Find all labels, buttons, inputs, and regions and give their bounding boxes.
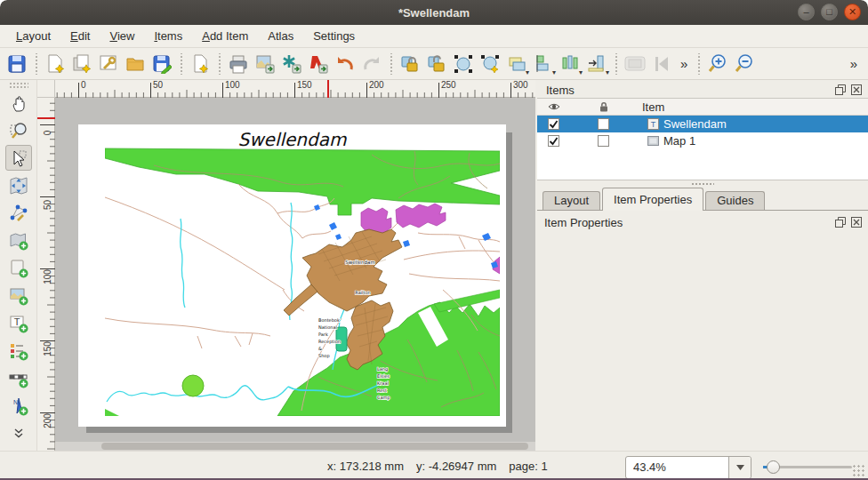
unlock-all-button[interactable] [423,51,450,77]
print-button[interactable] [225,51,252,77]
items-list-header: Item [537,99,868,116]
add-picture-tool[interactable] [5,283,32,308]
tab-item-properties[interactable]: Item Properties [602,188,703,211]
dock-splitter[interactable] [537,180,868,188]
ruler-label: 0 [43,124,52,142]
menu-edit[interactable]: Edit [61,27,99,45]
svg-text:Railton: Railton [355,290,370,295]
menu-items[interactable]: Items [145,27,191,45]
distribute-items-button[interactable]: ▾ [557,51,583,77]
float-panel-button[interactable] [834,84,847,96]
lock-checkbox[interactable] [598,118,609,130]
edit-nodes-icon [9,204,28,223]
item-column-header: Item [637,100,868,114]
menu-view[interactable]: View [100,27,143,45]
menu-atlas[interactable]: Atlas [259,27,302,45]
more-tools-button[interactable] [5,420,32,446]
padlock-icon [598,101,610,112]
align-items-button[interactable]: ▾ [530,51,557,77]
add-scalebar-tool[interactable] [5,365,32,391]
tab-layout[interactable]: Layout [542,191,600,210]
select-move-item-tool[interactable] [5,145,32,171]
add-pages-icon [190,54,210,74]
align-items-icon [534,54,553,74]
visibility-checkbox[interactable] [548,118,559,130]
select-all-button[interactable] [450,51,477,77]
map-item[interactable]: Swellendam Railton Bontebok National Par… [105,148,500,416]
close-button[interactable]: ✕ [844,4,861,20]
titlebar[interactable]: *Swellendam – □ ✕ [0,0,868,25]
menu-add-item[interactable]: Add Item [193,27,257,45]
toolbar-overflow-icon[interactable]: » [675,56,693,71]
menu-layout[interactable]: Layout [7,27,60,45]
lock-items-button[interactable] [397,51,423,77]
layout-window: *Swellendam – □ ✕ Layout Edit View Items… [0,0,868,480]
ruler-label: 100 [43,268,52,286]
item-toolbar: T N [0,80,37,451]
save-template-icon [152,54,172,74]
atlas-preview-button[interactable] [622,51,648,77]
menu-settings[interactable]: Settings [304,27,364,45]
layout-manager-button[interactable] [95,51,122,77]
dropdown-arrow-icon: ▾ [526,68,529,76]
add-map-tool[interactable] [5,228,32,253]
zoom-level-value[interactable]: 43.4% [626,457,728,478]
tab-guides[interactable]: Guides [705,191,765,210]
status-bar: x: 173.218 mmy: -4.26947 mmpage: 1 43.4% [0,451,868,480]
new-layout-button[interactable] [42,51,68,77]
dock-tabs: Layout Item Properties Guides [537,188,868,211]
atlas-first-feature-button[interactable] [648,51,675,77]
layout-canvas[interactable]: Swellendam [55,98,535,442]
duplicate-layout-button[interactable] [68,51,95,77]
export-svg-button[interactable] [278,51,305,77]
add-north-arrow-tool[interactable]: N [5,393,32,419]
horizontal-ruler[interactable]: 0 50 100 150 200 250 300 [55,80,535,98]
undo-button[interactable] [332,51,358,77]
pan-tool[interactable] [5,90,32,116]
zoom-slider-handle[interactable] [767,460,780,474]
add-3d-map-tool[interactable] [5,255,32,281]
layout-page[interactable]: Swellendam [78,124,506,427]
add-legend-tool[interactable] [5,338,32,364]
float-panel-button[interactable] [834,216,847,228]
window-resize-grip[interactable] [852,464,864,476]
toolbar-separator [695,53,703,75]
save-button[interactable] [4,51,30,77]
save-as-template-button[interactable] [149,51,175,77]
zoom-out-button[interactable] [731,51,758,77]
close-panel-button[interactable] [850,216,863,228]
maximize-button[interactable]: □ [821,4,838,20]
toolbar-separator [387,53,395,75]
resize-items-button[interactable]: ▾ [583,51,610,77]
vertical-ruler[interactable]: 0 50 100 150 200 [37,98,55,451]
redo-button[interactable] [358,51,385,77]
add-pages-button[interactable] [187,51,213,77]
svg-text:Reception: Reception [318,339,341,345]
coord-y: y: -4.26947 mm [416,460,496,473]
export-pdf-button[interactable] [305,51,332,77]
toolbar-grip[interactable] [9,82,28,88]
deselect-all-button[interactable] [477,51,503,77]
move-item-content-tool[interactable] [5,172,32,198]
visibility-checkbox[interactable] [548,135,559,147]
item-properties-title: Item Properties [544,216,831,229]
open-layout-button[interactable] [122,51,149,77]
raise-items-button[interactable]: ▾ [503,51,530,77]
zoom-slider[interactable] [763,466,852,468]
edit-nodes-item-tool[interactable] [5,200,32,226]
add-label-tool[interactable]: T [5,310,32,336]
toolbar-overflow-icon[interactable]: » [845,56,863,71]
export-image-button[interactable] [252,51,278,77]
item-row-swellendam[interactable]: T Swellendam [537,116,868,132]
zoom-in-button[interactable] [704,51,731,77]
close-panel-button[interactable] [850,84,863,96]
ruler-label: 150 [43,340,52,358]
horizontal-scrollbar[interactable] [55,442,535,451]
zoom-level-combobox[interactable]: 43.4% [625,456,751,479]
zoom-tool[interactable] [5,117,32,143]
item-row-map1[interactable]: Map 1 [537,132,868,149]
lock-checkbox[interactable] [598,135,609,147]
minimize-button[interactable]: – [798,4,815,20]
zoom-dropdown-button[interactable] [728,457,751,478]
scrollbar-thumb[interactable] [101,443,528,450]
